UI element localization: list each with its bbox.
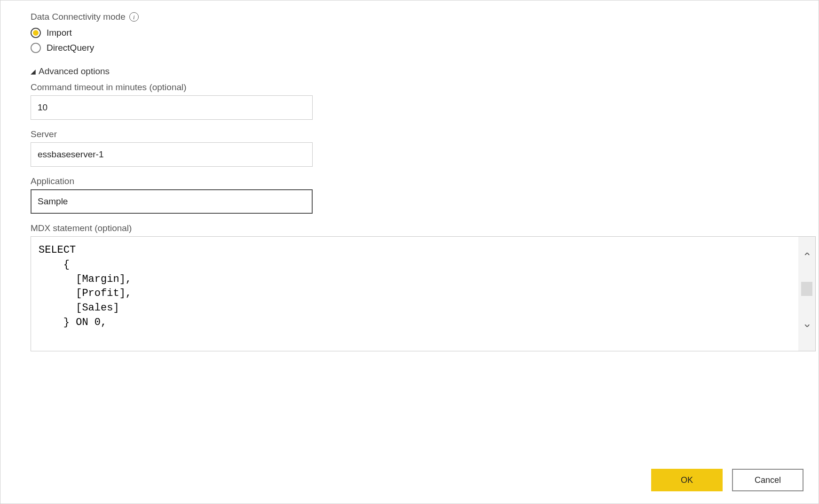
scroll-up-icon[interactable]: ˄ [803, 252, 811, 264]
mdx-wrapper: ˄ ˅ [31, 236, 816, 351]
radio-option-import[interactable]: Import [31, 28, 788, 38]
ok-button[interactable]: OK [651, 469, 723, 491]
mdx-textarea[interactable] [31, 237, 798, 351]
advanced-options-toggle[interactable]: ◢ Advanced options [31, 66, 788, 77]
server-label: Server [31, 129, 788, 140]
connectivity-mode-title: Data Connectivity mode i [31, 12, 788, 22]
advanced-options-label: Advanced options [39, 66, 110, 77]
application-input[interactable] [31, 189, 313, 214]
connectivity-mode-label: Data Connectivity mode [31, 12, 126, 22]
timeout-input[interactable] [31, 95, 313, 120]
timeout-label: Command timeout in minutes (optional) [31, 82, 788, 93]
application-label: Application [31, 176, 788, 186]
scroll-down-icon[interactable]: ˅ [803, 324, 811, 336]
radio-option-directquery[interactable]: DirectQuery [31, 43, 788, 53]
mdx-scrollbar[interactable]: ˄ ˅ [798, 237, 815, 351]
dialog-button-row: OK Cancel [651, 469, 803, 491]
info-icon[interactable]: i [129, 12, 139, 22]
server-input[interactable] [31, 142, 313, 167]
radio-circle-directquery [31, 43, 41, 53]
server-field-group: Server [31, 129, 788, 167]
connection-dialog: Data Connectivity mode i Import DirectQu… [0, 0, 819, 504]
application-field-group: Application [31, 176, 788, 214]
timeout-field-group: Command timeout in minutes (optional) [31, 82, 788, 120]
mdx-field-group: MDX statement (optional) ˄ ˅ [31, 223, 788, 351]
mdx-label: MDX statement (optional) [31, 223, 788, 233]
chevron-down-icon: ◢ [31, 68, 36, 75]
radio-label-directquery: DirectQuery [47, 43, 94, 53]
cancel-button[interactable]: Cancel [732, 469, 803, 491]
scroll-thumb[interactable] [801, 282, 812, 296]
radio-label-import: Import [47, 28, 72, 38]
radio-circle-import [31, 28, 41, 38]
connectivity-radio-group: Import DirectQuery [31, 28, 788, 53]
